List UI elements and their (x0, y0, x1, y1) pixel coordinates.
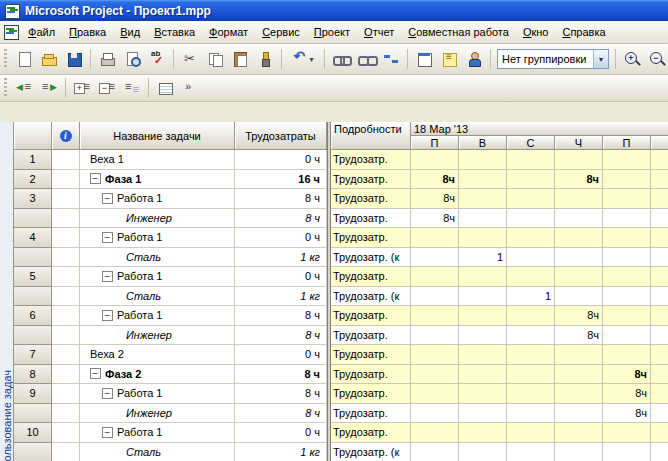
detail-value-cell[interactable] (411, 326, 459, 346)
row-info-cell[interactable] (52, 150, 80, 170)
task-name-cell[interactable]: −Фаза 2 (80, 365, 235, 385)
detail-value-cell[interactable] (555, 267, 603, 287)
task-name-cell[interactable]: Сталь (80, 248, 235, 268)
work-cell[interactable]: 8 ч (235, 306, 327, 326)
menu-item-4[interactable]: Вставка (147, 23, 202, 42)
row-id-cell[interactable] (14, 326, 52, 346)
day-header-mon[interactable]: П (411, 136, 459, 150)
detail-value-cell[interactable]: 8ч (603, 365, 651, 385)
zoom-in-button[interactable] (620, 48, 644, 70)
open-button[interactable] (37, 48, 61, 70)
detail-label-cell[interactable]: Трудозатр. (331, 306, 411, 326)
detail-value-cell[interactable] (459, 228, 507, 248)
detail-value-cell[interactable]: 8ч (555, 306, 603, 326)
cut-button[interactable] (178, 48, 202, 70)
row-id-cell[interactable]: 9 (14, 384, 52, 404)
detail-value-cell[interactable] (459, 326, 507, 346)
row-id-cell[interactable]: 3 (14, 189, 52, 209)
detail-value-cell[interactable] (555, 443, 603, 461)
detail-value-cell[interactable] (411, 267, 459, 287)
detail-value-cell[interactable] (603, 326, 651, 346)
detail-value-cell[interactable] (507, 384, 555, 404)
detail-value-cell[interactable] (507, 443, 555, 461)
detail-value-cell[interactable] (603, 306, 651, 326)
detail-label-cell[interactable]: Трудозатр. (к (331, 248, 411, 268)
detail-value-cell[interactable] (459, 384, 507, 404)
info-column-header[interactable] (52, 122, 80, 150)
detail-label-cell[interactable]: Трудозатр. (331, 170, 411, 190)
work-cell[interactable]: 8 ч (235, 404, 327, 424)
task-name-cell[interactable]: −Работа 1 (80, 189, 235, 209)
zoom-out-button[interactable] (645, 48, 668, 70)
detail-label-cell[interactable]: Трудозатр. (331, 345, 411, 365)
task-name-cell[interactable]: −Работа 1 (80, 423, 235, 443)
detail-value-cell[interactable] (459, 170, 507, 190)
collapse-icon[interactable]: − (102, 232, 113, 243)
detail-value-cell[interactable] (507, 306, 555, 326)
link-tasks-button[interactable] (329, 48, 353, 70)
detail-value-cell[interactable] (459, 306, 507, 326)
detail-label-cell[interactable]: Трудозатр. (331, 404, 411, 424)
detail-value-cell[interactable] (603, 150, 651, 170)
detail-value-cell[interactable] (507, 228, 555, 248)
work-cell[interactable]: 16 ч (235, 170, 327, 190)
menu-item-11[interactable]: Справка (555, 23, 612, 42)
work-cell[interactable]: 8 ч (235, 189, 327, 209)
row-info-cell[interactable] (52, 287, 80, 307)
detail-value-cell[interactable] (507, 248, 555, 268)
outdent-button[interactable] (12, 77, 36, 99)
collapse-icon[interactable]: − (102, 427, 113, 438)
detail-value-cell[interactable] (603, 423, 651, 443)
detail-value-cell[interactable] (555, 345, 603, 365)
toolbar-options-button[interactable] (178, 77, 202, 99)
work-column-header[interactable]: Трудозатраты (235, 122, 327, 150)
detail-value-cell[interactable] (507, 209, 555, 229)
row-id-cell[interactable] (14, 287, 52, 307)
row-id-cell[interactable]: 6 (14, 306, 52, 326)
work-cell[interactable]: 8 ч (235, 209, 327, 229)
detail-value-cell[interactable]: 8ч (411, 189, 459, 209)
work-cell[interactable]: 0 ч (235, 345, 327, 365)
detail-value-cell[interactable] (555, 228, 603, 248)
detail-value-cell[interactable]: 1 (507, 287, 555, 307)
detail-value-cell[interactable] (411, 306, 459, 326)
row-id-cell[interactable]: 1 (14, 150, 52, 170)
work-cell[interactable]: 8 ч (235, 384, 327, 404)
day-header-tue[interactable]: В (459, 136, 507, 150)
work-cell[interactable]: 0 ч (235, 228, 327, 248)
detail-label-cell[interactable]: Трудозатр. (331, 423, 411, 443)
detail-value-cell[interactable] (603, 170, 651, 190)
collapse-icon[interactable]: − (102, 271, 113, 282)
combo-dropdown-icon[interactable]: ▾ (593, 50, 608, 68)
detail-value-cell[interactable] (459, 150, 507, 170)
detail-value-cell[interactable]: 8ч (603, 384, 651, 404)
details-column-header[interactable]: Подробности (331, 122, 411, 150)
detail-value-cell[interactable] (603, 248, 651, 268)
detail-value-cell[interactable] (507, 404, 555, 424)
detail-value-cell[interactable] (555, 404, 603, 424)
detail-value-cell[interactable] (459, 287, 507, 307)
menu-item-5[interactable]: Формат (202, 23, 255, 42)
detail-value-cell[interactable] (459, 267, 507, 287)
row-info-cell[interactable] (52, 443, 80, 461)
detail-value-cell[interactable] (411, 365, 459, 385)
task-name-cell[interactable]: −Работа 1 (80, 228, 235, 248)
detail-label-cell[interactable]: Трудозатр. (331, 326, 411, 346)
detail-value-cell[interactable] (411, 150, 459, 170)
row-id-cell[interactable]: 8 (14, 365, 52, 385)
detail-value-cell[interactable] (507, 170, 555, 190)
row-info-cell[interactable] (52, 170, 80, 190)
work-cell[interactable]: 8 ч (235, 326, 327, 346)
row-info-cell[interactable] (52, 404, 80, 424)
week-header[interactable]: 18 Мар '13 (411, 122, 668, 136)
task-name-cell[interactable]: Сталь (80, 443, 235, 461)
detail-value-cell[interactable] (507, 423, 555, 443)
detail-value-cell[interactable] (555, 287, 603, 307)
detail-value-cell[interactable] (411, 287, 459, 307)
row-info-cell[interactable] (52, 384, 80, 404)
row-id-cell[interactable] (14, 443, 52, 461)
detail-value-cell[interactable] (507, 365, 555, 385)
detail-value-cell[interactable] (459, 209, 507, 229)
work-cell[interactable]: 1 кг (235, 287, 327, 307)
detail-value-cell[interactable]: 8ч (555, 170, 603, 190)
